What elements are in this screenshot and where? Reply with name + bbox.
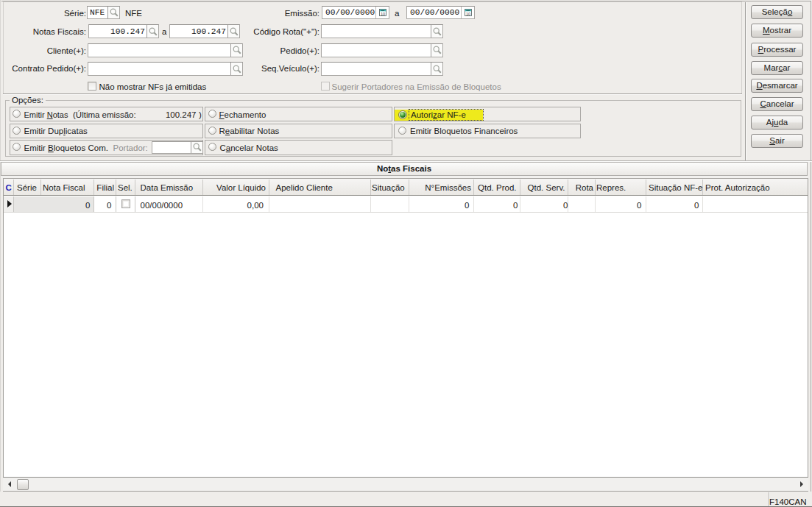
svg-text:10: 10 [380,11,384,15]
svg-text:10: 10 [465,11,470,15]
